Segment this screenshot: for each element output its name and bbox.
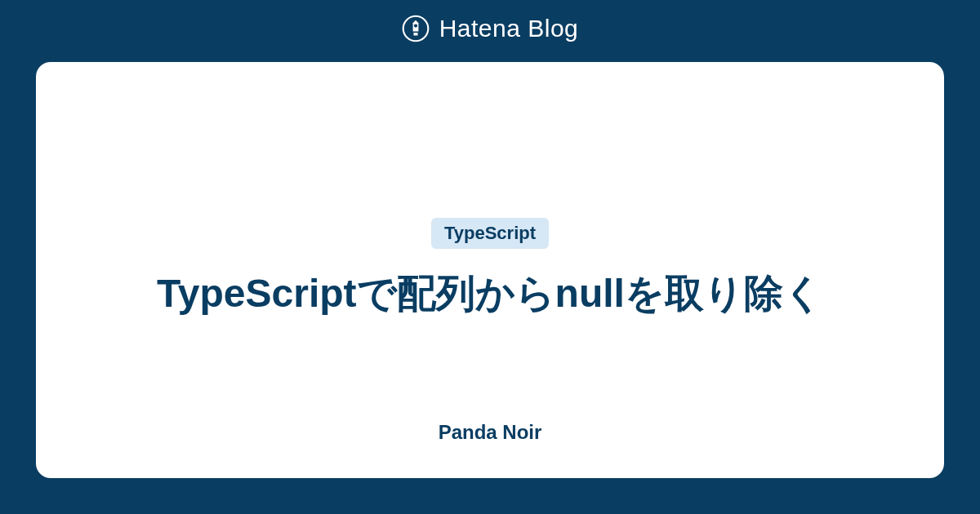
article-title: TypeScriptで配列からnullを取り除く xyxy=(157,265,823,322)
svg-point-2 xyxy=(414,24,417,27)
author-name: Panda Noir xyxy=(439,421,542,444)
svg-rect-1 xyxy=(413,33,417,35)
brand-name: Hatena Blog xyxy=(439,15,579,42)
header: Hatena Blog xyxy=(0,0,980,54)
article-card: TypeScript TypeScriptで配列からnullを取り除く Pand… xyxy=(36,62,944,478)
category-tag: TypeScript xyxy=(431,218,549,249)
hatena-logo-icon xyxy=(402,15,430,42)
